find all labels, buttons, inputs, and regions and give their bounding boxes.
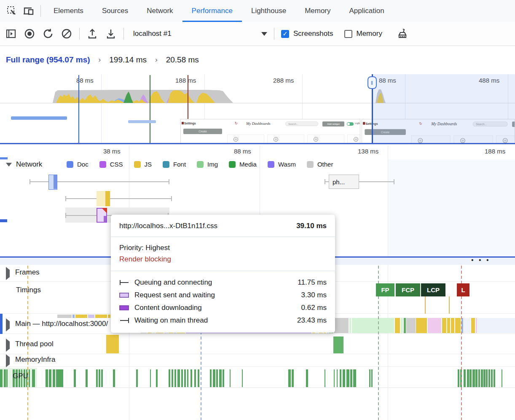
request-label: ph...: [333, 178, 345, 186]
gpu-bar: [325, 369, 325, 387]
overview-tick: 288 ms: [273, 77, 294, 84]
tab-application[interactable]: Application: [340, 0, 394, 22]
network-request-css-hovered[interactable]: [97, 208, 107, 223]
lcp-sub-marker: [449, 296, 450, 314]
thread-pool-expand-icon[interactable]: [6, 342, 14, 349]
media-color-chip: [229, 161, 236, 168]
tab-memory[interactable]: Memory: [295, 0, 340, 22]
wasm-color-chip: [268, 161, 274, 168]
network-request-js[interactable]: [97, 191, 110, 206]
mini-logo: [363, 122, 365, 124]
breadcrumb: Full range (954.07 ms) › 199.14 ms › 20.…: [0, 46, 515, 74]
flame-segment: [72, 315, 75, 318]
overview-tick: 188 ms: [175, 77, 196, 84]
more-button[interactable]: • • •: [471, 256, 491, 264]
gpu-bar: [334, 369, 335, 387]
legend-item-css: CSS: [99, 161, 123, 168]
network-track-toggle[interactable]: Network: [6, 160, 42, 169]
inspect-element-icon[interactable]: [3, 3, 20, 19]
download-profile-icon[interactable]: [102, 25, 120, 42]
legend-item-other: Other: [307, 161, 333, 168]
memory-infra-expand-icon[interactable]: [6, 357, 14, 365]
collect-garbage-icon[interactable]: [393, 25, 412, 42]
gpu-bar: [113, 369, 115, 387]
main-track-accent: [0, 314, 3, 334]
memory-checkbox[interactable]: [344, 30, 352, 38]
fp-badge[interactable]: FP: [376, 283, 394, 296]
gpu-bar: [458, 369, 459, 387]
thread-pool-row[interactable]: [0, 334, 515, 354]
tab-elements[interactable]: Elements: [44, 0, 93, 22]
device-toolbar-icon[interactable]: [20, 3, 37, 19]
whisker-right-icon: [119, 318, 134, 323]
phase-row: Request sent and waiting 3.30 ms: [119, 289, 327, 302]
gpu-bar: [96, 369, 98, 387]
tab-lighthouse[interactable]: Lighthouse: [242, 0, 295, 22]
phase-value: 3.30 ms: [301, 291, 327, 299]
history-select[interactable]: localhost #1: [127, 30, 271, 38]
mini-settings: Settings: [184, 122, 196, 125]
gpu-activity-bars[interactable]: [0, 369, 515, 387]
gpu-bar: [353, 369, 356, 387]
tooltip-phases: Queuing and connecting 11.75 ms Request …: [111, 271, 335, 333]
breadcrumb-full-range[interactable]: Full range (954.07 ms): [6, 55, 90, 65]
upload-profile-icon[interactable]: [83, 25, 102, 42]
gpu-bar: [136, 369, 138, 387]
flame-segment: [416, 318, 427, 333]
selection-left-handle[interactable]: ‖: [367, 76, 377, 89]
gpu-bar: [187, 369, 188, 387]
gpu-bar: [172, 369, 173, 387]
timeline-overview[interactable]: 88 ms 188 ms 288 ms 88 ms 488 ms Setting…: [0, 74, 515, 143]
performance-toolbar: localhost #1 ✓ Screenshots Memory: [0, 22, 515, 46]
gpu-bar: [469, 369, 472, 387]
gpu-bar: [242, 369, 243, 387]
gpu-bar: [210, 369, 212, 387]
gpu-bar: [181, 369, 183, 387]
other-color-chip: [307, 161, 314, 168]
screenshots-toggle[interactable]: ✓ Screenshots: [281, 30, 344, 38]
toggle-sidebar-icon[interactable]: [2, 25, 20, 42]
flame-segment: [464, 318, 471, 333]
record-icon[interactable]: [20, 25, 39, 42]
tooltip-url: http://localhos...x-DtB1n11f.css: [119, 222, 217, 230]
main-expand-icon[interactable]: [6, 321, 14, 329]
tab-sources[interactable]: Sources: [93, 0, 137, 22]
overview-selection-window[interactable]: [372, 74, 515, 143]
gpu-bar: [481, 369, 483, 387]
tab-performance[interactable]: Performance: [182, 0, 242, 22]
img-color-chip: [197, 161, 204, 168]
gpu-bar: [101, 369, 103, 387]
flame-segment: [88, 315, 94, 318]
overview-gridline: [101, 74, 102, 143]
gpu-bar: [288, 369, 291, 387]
clear-icon[interactable]: [57, 25, 76, 42]
whisker-tick: [65, 196, 66, 201]
gpu-bar: [169, 369, 170, 387]
flame-segment: [477, 318, 515, 333]
l-badge[interactable]: L: [457, 283, 469, 296]
thread-pool-task[interactable]: [333, 337, 343, 353]
network-request-truncated[interactable]: ph...: [329, 175, 359, 189]
lcp-badge[interactable]: LCP: [421, 283, 445, 296]
thread-pool-task[interactable]: [106, 335, 119, 353]
tab-network[interactable]: Network: [137, 0, 182, 22]
gpu-bar: [350, 369, 352, 387]
gpu-bar: [32, 369, 35, 387]
memory-infra-row[interactable]: [0, 354, 515, 367]
phase-value: 0.62 ms: [301, 304, 327, 312]
font-color-chip: [163, 161, 169, 168]
network-left-mark: [0, 219, 7, 222]
gpu-bar: [4, 369, 6, 387]
frames-expand-icon[interactable]: [6, 270, 14, 277]
network-request-doc[interactable]: [48, 175, 57, 190]
memory-label: Memory: [357, 30, 382, 38]
memory-toggle[interactable]: Memory: [344, 30, 393, 38]
screenshots-checkbox[interactable]: ✓: [281, 30, 289, 38]
doc-color-chip: [67, 161, 73, 168]
breadcrumb-level2[interactable]: 199.14 ms: [109, 55, 147, 65]
gpu-bar: [346, 369, 349, 387]
filmstrip-screenshot[interactable]: Settings ↻ My Dashboards Search... Add w…: [180, 119, 360, 143]
fcp-badge[interactable]: FCP: [396, 283, 420, 296]
breadcrumb-level3[interactable]: 20.58 ms: [166, 55, 199, 65]
reload-record-icon[interactable]: [39, 25, 57, 42]
